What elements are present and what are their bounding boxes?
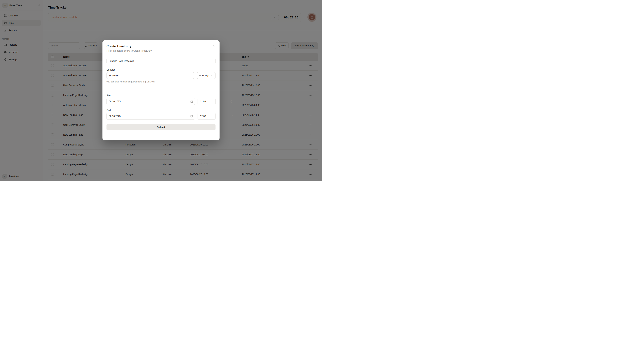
close-icon[interactable] bbox=[213, 44, 215, 47]
end-time-input[interactable] bbox=[198, 113, 230, 119]
project-select[interactable]: Design bbox=[197, 72, 216, 79]
start-date-input[interactable] bbox=[107, 98, 190, 105]
duration-input[interactable] bbox=[106, 72, 194, 79]
calendar-icon[interactable] bbox=[190, 100, 193, 103]
create-timeentry-modal: Create TimeEntry Fill in the details bel… bbox=[102, 40, 220, 140]
project-color-dot bbox=[200, 75, 201, 76]
project-select-label: Design bbox=[202, 74, 209, 77]
end-date-input[interactable] bbox=[107, 113, 190, 119]
modal-title: Create TimeEntry bbox=[106, 44, 132, 48]
duration-label: Duration bbox=[106, 68, 116, 71]
modal-subtitle: Fill in the details below to Create Time… bbox=[106, 49, 152, 52]
entry-name-input[interactable] bbox=[106, 58, 216, 64]
end-label: End bbox=[106, 109, 111, 111]
start-time-field bbox=[198, 98, 216, 105]
app-window: BT Base Time OverviewTimeReports Manage … bbox=[0, 0, 322, 181]
calendar-icon[interactable] bbox=[190, 115, 193, 117]
clock-icon[interactable] bbox=[230, 115, 233, 117]
clock-icon[interactable] bbox=[230, 100, 233, 103]
start-date-field bbox=[106, 98, 195, 105]
duration-helper-text: you can type human language here e.g. 2h… bbox=[106, 80, 155, 83]
start-time-input[interactable] bbox=[198, 98, 230, 105]
end-time-field bbox=[198, 113, 216, 120]
end-date-field bbox=[106, 113, 195, 120]
chevron-down-icon bbox=[210, 74, 213, 77]
submit-button[interactable]: Submit bbox=[106, 124, 216, 130]
start-label: Start bbox=[106, 94, 112, 97]
